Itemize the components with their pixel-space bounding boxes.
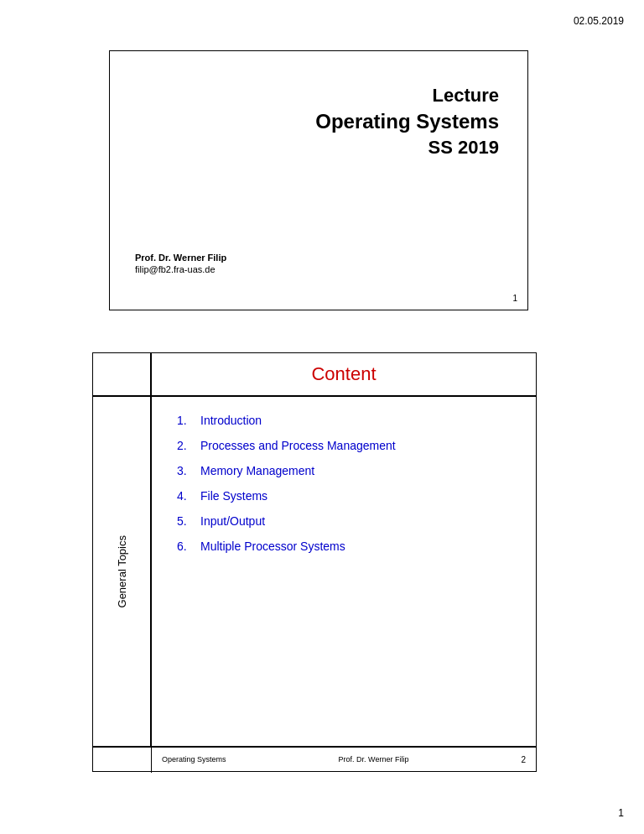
slide2-header: Content xyxy=(93,353,536,397)
slide1-title-block: Lecture Operating Systems SS 2019 xyxy=(130,68,507,159)
slide-2: Content General Topics 1.Introduction2.P… xyxy=(92,352,537,772)
slide1-year-label: SS 2019 xyxy=(130,137,499,159)
slide2-footer: Operating Systems Prof. Dr. Werner Filip… xyxy=(93,746,536,771)
topic-number: 4. xyxy=(177,489,200,503)
slide2-content-label: Content xyxy=(311,363,376,385)
slide1-os-label: Operating Systems xyxy=(130,110,499,133)
topic-number: 2. xyxy=(177,439,200,452)
slide2-footer-sidebar-bar xyxy=(93,748,152,773)
topic-list: 1.Introduction2.Processes and Process Ma… xyxy=(177,414,519,565)
slide2-header-title: Content xyxy=(152,353,536,395)
topic-number: 5. xyxy=(177,514,200,528)
page-date: 02.05.2019 xyxy=(574,15,624,27)
slide1-author-name: Prof. Dr. Werner Filip xyxy=(135,253,507,263)
slide1-author-block: Prof. Dr. Werner Filip filip@fb2.fra-uas… xyxy=(130,253,507,300)
topic-label: Introduction xyxy=(200,414,262,427)
topic-list-item: 2.Processes and Process Management xyxy=(177,439,519,452)
slide2-sidebar-label: General Topics xyxy=(116,535,128,607)
topic-number: 1. xyxy=(177,414,200,427)
topic-list-item: 3.Memory Management xyxy=(177,464,519,477)
slide2-content-area: 1.Introduction2.Processes and Process Ma… xyxy=(152,397,536,746)
topic-number: 6. xyxy=(177,539,200,553)
slide1-author-email: filip@fb2.fra-uas.de xyxy=(135,264,507,274)
slide2-footer-main: Operating Systems Prof. Dr. Werner Filip… xyxy=(152,748,536,771)
topic-list-item: 6.Multiple Processor Systems xyxy=(177,539,519,553)
slide2-footer-left: Operating Systems xyxy=(162,755,226,764)
slide-1: Lecture Operating Systems SS 2019 Prof. … xyxy=(109,50,528,310)
topic-label: Multiple Processor Systems xyxy=(200,539,345,553)
topic-list-item: 1.Introduction xyxy=(177,414,519,427)
slide2-footer-right: Prof. Dr. Werner Filip xyxy=(339,755,409,764)
bottom-page-number: 1 xyxy=(618,807,624,819)
slide1-lecture-label: Lecture xyxy=(130,85,499,107)
topic-label: Memory Management xyxy=(200,464,314,477)
topic-number: 3. xyxy=(177,464,200,477)
slide2-sidebar: General Topics xyxy=(93,397,152,746)
topic-label: File Systems xyxy=(200,489,267,503)
topic-label: Input/Output xyxy=(200,514,265,528)
topic-label: Processes and Process Management xyxy=(200,439,396,452)
slide2-body: General Topics 1.Introduction2.Processes… xyxy=(93,397,536,746)
slide1-page-number: 1 xyxy=(512,294,517,303)
topic-list-item: 5.Input/Output xyxy=(177,514,519,528)
slide2-header-left-bar xyxy=(93,353,152,395)
slide2-page-number: 2 xyxy=(521,755,526,764)
topic-list-item: 4.File Systems xyxy=(177,489,519,503)
